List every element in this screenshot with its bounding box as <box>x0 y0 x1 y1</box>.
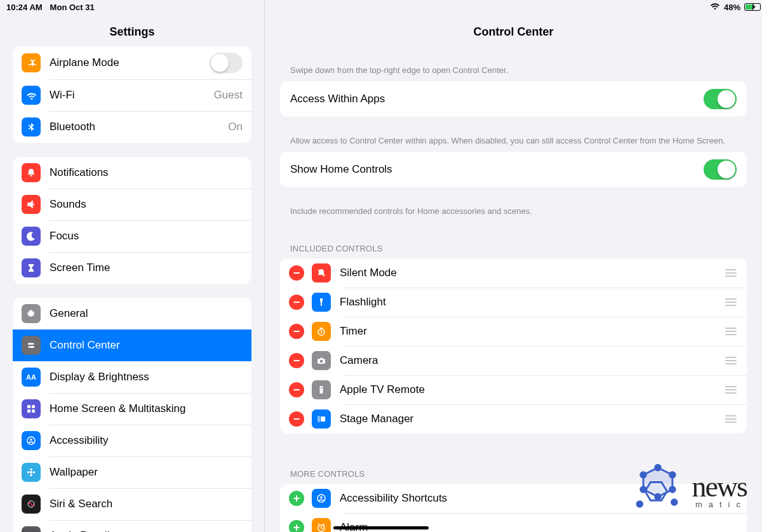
sidebar-item-label: Wallpaper <box>50 466 243 479</box>
stage-icon <box>312 409 331 429</box>
battery-icon <box>744 3 756 11</box>
svg-point-31 <box>320 496 323 499</box>
remove-button[interactable]: − <box>289 265 304 281</box>
show-home-controls-row[interactable]: Show Home Controls <box>280 152 747 187</box>
included-header: INCLUDED CONTROLS <box>280 222 747 258</box>
sidebar-item-home-screen-multitasking[interactable]: Home Screen & Multitasking <box>13 393 251 425</box>
sidebar-item-general[interactable]: General <box>13 298 251 329</box>
drag-handle-icon[interactable] <box>724 269 738 277</box>
gear-icon <box>22 304 41 323</box>
AA-icon: AA <box>22 368 41 387</box>
person-icon <box>312 489 331 508</box>
sidebar-item-sounds[interactable]: Sounds <box>13 189 251 220</box>
svg-rect-26 <box>320 386 323 394</box>
drag-handle-icon[interactable] <box>724 386 738 394</box>
sidebar-item-screen-time[interactable]: Screen Time <box>13 252 251 284</box>
remove-button[interactable]: − <box>289 411 304 427</box>
timer-icon <box>312 322 331 341</box>
control-row-stage-manager[interactable]: −Stage Manager <box>280 404 747 434</box>
home-controls-footer: Include recommended controls for Home ac… <box>280 201 747 222</box>
sidebar-item-airplane-mode[interactable]: Airplane Mode <box>13 46 251 79</box>
grid-icon <box>22 399 41 418</box>
access-within-apps-toggle[interactable] <box>704 89 737 109</box>
flower-icon <box>22 463 41 482</box>
sidebar-item-label: Apple Pencil <box>50 529 243 532</box>
remove-button[interactable]: − <box>289 353 304 368</box>
control-label: Timer <box>340 325 724 338</box>
sidebar-item-label: Notifications <box>50 166 243 179</box>
bell-icon <box>22 163 41 182</box>
speaker-icon <box>22 195 41 214</box>
sidebar-item-label: Siri & Search <box>50 498 243 510</box>
add-button[interactable]: + <box>289 520 304 532</box>
sidebar-item-label: Accessibility <box>50 434 243 447</box>
svg-point-1 <box>32 343 34 345</box>
status-date: Mon Oct 31 <box>50 3 95 12</box>
control-row-silent-mode[interactable]: −Silent Mode <box>280 258 747 288</box>
drag-handle-icon[interactable] <box>724 298 738 306</box>
remove-button[interactable]: − <box>289 324 304 339</box>
access-footer: Allow access to Control Center within ap… <box>280 131 747 152</box>
hourglass-icon <box>22 258 41 277</box>
airplane-mode-toggle[interactable] <box>210 53 243 73</box>
control-label: Silent Mode <box>340 267 724 279</box>
control-label: Camera <box>340 354 724 367</box>
wifi-icon <box>710 3 720 12</box>
drag-handle-icon[interactable] <box>724 415 738 423</box>
control-row-timer[interactable]: −Timer <box>280 317 747 346</box>
drag-handle-icon[interactable] <box>724 328 738 335</box>
sidebar-item-focus[interactable]: Focus <box>13 220 251 252</box>
pencil-icon <box>22 526 41 532</box>
svg-point-9 <box>30 439 32 441</box>
show-home-controls-toggle[interactable] <box>704 159 737 180</box>
access-within-apps-row[interactable]: Access Within Apps <box>280 81 747 117</box>
sidebar-item-bluetooth[interactable]: BluetoothOn <box>13 111 251 143</box>
camera-icon <box>312 351 331 370</box>
svg-rect-28 <box>318 416 320 422</box>
wifi-icon <box>22 86 41 105</box>
person-icon <box>22 431 41 450</box>
sidebar-item-control-center[interactable]: Control Center <box>13 329 251 361</box>
svg-point-13 <box>27 471 30 474</box>
sidebar-item-siri-search[interactable]: Siri & Search <box>13 488 251 520</box>
settings-sidebar: Settings Airplane ModeWi-FiGuestBluetoot… <box>0 0 265 532</box>
sidebar-item-notifications[interactable]: Notifications <box>13 157 251 189</box>
sidebar-item-display-brightness[interactable]: AADisplay & Brightness <box>13 361 251 393</box>
svg-rect-0 <box>28 343 32 345</box>
svg-rect-2 <box>30 346 34 348</box>
sidebar-item-label: Airplane Mode <box>50 57 210 69</box>
bluetooth-icon <box>22 117 41 136</box>
airplane-icon <box>22 53 41 72</box>
svg-point-12 <box>30 474 32 477</box>
sidebar-item-value: Guest <box>214 89 243 102</box>
svg-point-3 <box>29 346 30 348</box>
svg-rect-6 <box>27 409 30 413</box>
sidebar-item-label: Display & Brightness <box>50 371 243 383</box>
moon-icon <box>22 227 41 246</box>
sidebar-item-label: Screen Time <box>50 262 243 274</box>
sidebar-item-label: Home Screen & Multitasking <box>50 402 243 415</box>
sidebar-item-accessibility[interactable]: Accessibility <box>13 425 251 456</box>
svg-point-11 <box>30 469 32 471</box>
sidebar-item-apple-pencil[interactable]: Apple Pencil <box>13 520 251 532</box>
sidebar-item-wallpaper[interactable]: Wallpaper <box>13 456 251 488</box>
toggle-label: Access Within Apps <box>290 93 704 105</box>
sidebar-item-label: General <box>50 307 243 320</box>
drag-handle-icon[interactable] <box>724 357 738 364</box>
control-label: Stage Manager <box>340 413 724 425</box>
add-button[interactable]: + <box>289 491 304 506</box>
control-label: Apple TV Remote <box>340 383 724 396</box>
control-row-flashlight[interactable]: −Flashlight <box>280 288 747 317</box>
remove-button[interactable]: − <box>289 295 304 310</box>
more-header: MORE CONTROLS <box>280 448 747 484</box>
bell-slash-icon <box>312 263 331 283</box>
sidebar-title: Settings <box>0 14 264 46</box>
sidebar-item-wi-fi[interactable]: Wi-FiGuest <box>13 79 251 111</box>
control-row-camera[interactable]: −Camera <box>280 346 747 375</box>
sidebar-item-label: Bluetooth <box>50 121 228 133</box>
control-row-accessibility-shortcuts[interactable]: +Accessibility Shortcuts <box>280 484 747 513</box>
remove-button[interactable]: − <box>289 382 304 397</box>
control-row-apple-tv-remote[interactable]: −Apple TV Remote <box>280 375 747 404</box>
toggle-label: Show Home Controls <box>290 163 704 176</box>
svg-rect-29 <box>321 416 325 422</box>
